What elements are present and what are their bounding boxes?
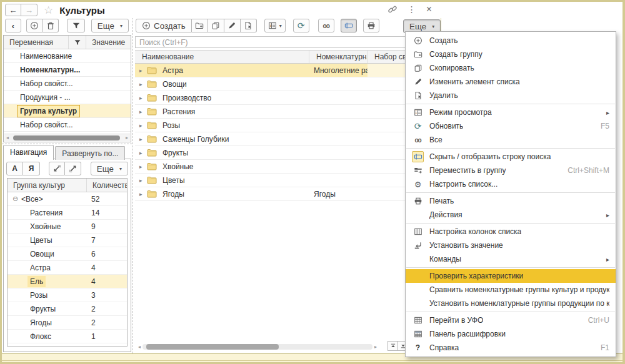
list-row[interactable]: ▸Фрукты bbox=[135, 146, 438, 160]
list-row[interactable]: ▸Саженцы Голубики bbox=[135, 132, 438, 146]
sort-asc-button[interactable]: А bbox=[6, 162, 23, 175]
nav-row[interactable]: ⊖<Все> 52 bbox=[8, 192, 127, 206]
scroll-left-icon[interactable]: ◂ bbox=[4, 135, 11, 140]
list-row[interactable]: ▸Астра Многолетние ра... bbox=[135, 64, 438, 77]
nav-row[interactable]: Растения 14 bbox=[8, 206, 127, 220]
properties-row[interactable]: Наименование bbox=[4, 49, 131, 63]
properties-row[interactable]: Продукция - ... bbox=[4, 91, 131, 104]
search-toggle-button[interactable] bbox=[341, 19, 357, 32]
list-row[interactable]: ▸Растения bbox=[135, 105, 438, 119]
print-button[interactable] bbox=[363, 19, 379, 32]
column-header-variable[interactable]: Переменная bbox=[4, 36, 69, 49]
expand-arrow-icon[interactable]: ▸ bbox=[139, 67, 147, 74]
menu-item[interactable]: Создать группу bbox=[406, 47, 616, 61]
menu-item[interactable]: Скрыть / отобразить строку поиска bbox=[406, 150, 616, 164]
kebab-menu-icon[interactable]: ⋮ bbox=[408, 4, 416, 14]
nav-row[interactable]: Цветы 7 bbox=[8, 234, 127, 247]
list-row[interactable]: ▸Розы bbox=[135, 119, 438, 132]
list-row[interactable]: ▸Производство bbox=[135, 91, 438, 105]
column-header-group[interactable]: Группа культур bbox=[8, 179, 87, 192]
nav-row[interactable]: Флокс 1 bbox=[8, 330, 127, 343]
menu-item[interactable]: Установить значение bbox=[406, 239, 616, 252]
menu-item[interactable]: Создать bbox=[406, 34, 616, 47]
copy-button[interactable] bbox=[208, 19, 224, 32]
expand-arrow-icon[interactable]: ▸ bbox=[139, 150, 147, 156]
menu-item[interactable]: Переместить в группу Ctrl+Shift+M bbox=[406, 164, 616, 177]
expand-arrow-icon[interactable]: ▸ bbox=[139, 122, 147, 129]
expand-arrow-icon[interactable]: ▸ bbox=[139, 81, 147, 87]
list-row[interactable]: ▸Овощи bbox=[135, 77, 438, 91]
sort-desc-button[interactable]: Я bbox=[23, 162, 40, 175]
menu-item[interactable]: Изменить элемент списка bbox=[406, 75, 616, 89]
history-back-button[interactable]: ← bbox=[5, 4, 21, 16]
close-icon[interactable]: × bbox=[426, 4, 432, 15]
menu-item[interactable]: Перейти в УФО Ctrl+U bbox=[406, 313, 616, 327]
expand-arrow-icon[interactable]: ▸ bbox=[139, 177, 147, 184]
menu-item[interactable]: Сравнить номенклатурные группы культур и… bbox=[406, 283, 616, 297]
scroll-thumb[interactable] bbox=[146, 344, 279, 350]
menu-item[interactable]: Настройка колонок списка bbox=[406, 225, 616, 239]
list-row[interactable]: ▸Хвойные bbox=[135, 160, 438, 174]
menu-item[interactable]: Команды ▸ bbox=[406, 252, 616, 266]
column-header-count[interactable]: Количество bbox=[87, 179, 127, 192]
properties-row[interactable]: Набор свойст... bbox=[4, 118, 131, 132]
properties-row[interactable]: Набор свойст... bbox=[4, 77, 131, 91]
filter-button[interactable] bbox=[67, 19, 85, 32]
menu-item[interactable]: Удалить bbox=[406, 89, 616, 102]
menu-item[interactable]: Установить номенклатурные группы продукц… bbox=[406, 297, 616, 310]
tab-navigation[interactable]: Навигация bbox=[3, 145, 54, 160]
show-all-button[interactable]: oo bbox=[318, 19, 334, 32]
expand-arrow-icon[interactable]: ▸ bbox=[139, 136, 147, 142]
properties-hscrollbar[interactable]: ◂ ▸ bbox=[4, 134, 130, 141]
scroll-right-icon[interactable]: ▸ bbox=[372, 344, 379, 350]
tab-expand-by[interactable]: Развернуть по... bbox=[55, 146, 125, 160]
menu-item[interactable]: Действия ▸ bbox=[406, 208, 616, 222]
create-button[interactable]: Создать bbox=[136, 19, 192, 32]
nav-row[interactable]: Ягоды 2 bbox=[8, 316, 127, 330]
expand-arrow-icon[interactable]: ▸ bbox=[139, 95, 147, 101]
nav-row[interactable]: Фрукты 2 bbox=[8, 302, 127, 316]
scroll-right-icon[interactable]: ▸ bbox=[124, 135, 130, 140]
expand-arrow-icon[interactable]: ▸ bbox=[139, 164, 147, 170]
create-group-button[interactable] bbox=[192, 19, 208, 32]
nav-row[interactable]: Астра 4 bbox=[8, 261, 127, 275]
menu-item[interactable]: Проверить характеристики bbox=[406, 269, 616, 283]
menu-item[interactable]: ⚙ Настроить список... bbox=[406, 177, 616, 191]
list-row[interactable]: ▸Цветы bbox=[135, 174, 438, 187]
history-forward-button[interactable]: → bbox=[21, 4, 38, 16]
list-row[interactable]: ▸Ягоды Ягоды bbox=[135, 187, 438, 201]
nav-row[interactable]: Хвойные 9 bbox=[8, 220, 127, 234]
scroll-track[interactable] bbox=[11, 135, 124, 140]
expand-arrow-icon[interactable]: ▸ bbox=[139, 191, 147, 197]
menu-item[interactable]: Печать bbox=[406, 194, 616, 208]
horizontal-splitter[interactable] bbox=[2, 144, 132, 144]
filter-header-cell[interactable] bbox=[69, 36, 86, 49]
nav-row[interactable]: Ель 4 bbox=[8, 275, 127, 288]
edit-button[interactable] bbox=[224, 19, 241, 32]
menu-item[interactable]: ? Справка F1 bbox=[406, 341, 616, 355]
scroll-left-icon[interactable]: ◂ bbox=[136, 344, 142, 350]
menu-item[interactable]: Режим просмотра ▸ bbox=[406, 106, 616, 119]
menu-item[interactable]: Панель расшифровки bbox=[406, 327, 616, 341]
nav-row[interactable]: Овощи 6 bbox=[8, 247, 127, 261]
menu-item[interactable]: oo Все bbox=[406, 133, 616, 147]
menu-item[interactable]: Скопировать bbox=[406, 61, 616, 75]
expand-all-button[interactable] bbox=[65, 162, 81, 175]
list-hscrollbar[interactable]: ◂ ▸ bbox=[136, 343, 379, 351]
nav-row[interactable]: Розы 3 bbox=[8, 288, 127, 302]
add-row-button[interactable] bbox=[26, 19, 42, 32]
column-header-name[interactable]: Наименование bbox=[135, 51, 309, 63]
view-mode-button[interactable]: ▾ bbox=[264, 19, 286, 32]
favorite-star-icon[interactable]: ☆ bbox=[44, 4, 53, 17]
left-more-button[interactable]: Еще▾ bbox=[91, 19, 129, 32]
vertical-splitter[interactable] bbox=[132, 17, 132, 353]
scroll-thumb[interactable] bbox=[13, 135, 120, 140]
column-header-nomenclature[interactable]: Номенклатурна... bbox=[309, 51, 368, 63]
column-header-value[interactable]: Значение bbox=[86, 36, 131, 49]
delete-button[interactable] bbox=[241, 19, 257, 32]
properties-row[interactable]: Номенклатурн... bbox=[4, 63, 131, 77]
scroll-track[interactable] bbox=[142, 344, 372, 350]
refresh-button[interactable]: ⟳ bbox=[293, 19, 309, 32]
nav-more-button[interactable]: Еще▾ bbox=[91, 162, 128, 175]
scroll-to-top-button[interactable] bbox=[388, 341, 398, 351]
